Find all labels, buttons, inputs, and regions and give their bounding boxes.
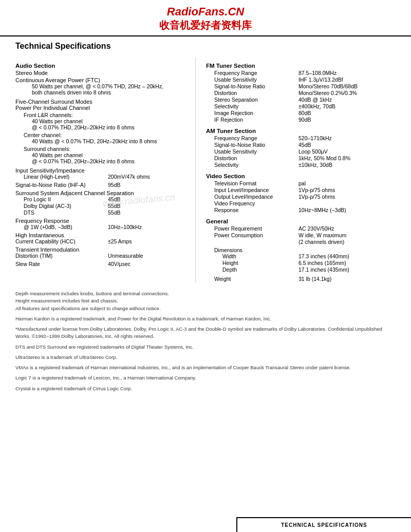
current-hcc-value: ±25 Amps — [108, 238, 185, 244]
video-spec-value: 1Vp-p/75 ohms — [298, 194, 396, 200]
front-lr-block: Front L&R channels: 40 Watts per channel… — [15, 112, 185, 130]
am-spec-row: Usable Sensitivity Loop 500μV — [206, 148, 396, 155]
fm-spec-label: Stereo Separation — [206, 97, 298, 103]
stereo-mode-label: Stereo Mode — [15, 70, 48, 76]
distortion-tim-label: Distortion (TIM) — [15, 253, 108, 259]
crystal-note: Crystal is a registered trademark of Cir… — [15, 385, 396, 392]
note-line2: Height measurement includes feet and cha… — [15, 298, 118, 303]
power-req-row: Power Requirement AC 230V/50Hz — [206, 225, 396, 232]
logic7-note: Logic 7 is a registered trademark of Lex… — [15, 374, 396, 382]
pro-logic-label: Pro Logic II — [15, 196, 108, 202]
fm-spec-row: Image Rejection 80dB — [206, 110, 396, 116]
front-lr-label: Front L&R channels: — [24, 112, 185, 118]
height-label: Height — [206, 260, 298, 266]
surround-label: Surround channels: — [24, 146, 185, 152]
surround-adj-block: Surround System Adjacent Channel Separat… — [15, 190, 185, 216]
video-section-title: Video Section — [206, 173, 396, 179]
ultra-note: UltraStereo is a trademark of UltraStere… — [15, 354, 396, 361]
fm-spec-label: Signal-to-Noise Ratio — [206, 83, 298, 89]
video-spec-label: Video Frequency — [206, 200, 298, 206]
continuous-power-detail1: 50 Watts per channel, @ < 0.07% THD, 20H… — [15, 83, 185, 89]
five-channel-label: Five-Channel Surround Modes — [15, 99, 185, 105]
continuous-power-detail2: both channels driven into 8 ohms — [15, 89, 185, 96]
am-spec-row: Frequency Range 520–1710kHz — [206, 135, 396, 141]
surround-v2: @ < 0.07% THD, 20Hz–20kHz into 8 ohms — [24, 158, 185, 164]
header-title-en: RadioFans.CN — [0, 5, 411, 18]
left-column: Audio Section Stereo Mode Continuous Ave… — [15, 58, 185, 282]
fm-spec-label: Image Rejection — [206, 110, 298, 116]
am-spec-row: Signal-to-Noise Ratio 45dB — [206, 142, 396, 148]
am-spec-value: 520–1710kHz — [298, 135, 396, 141]
transient-label: Transient Intermodulation — [15, 246, 185, 253]
video-spec-row: Output Level/Impedance 1Vp-p/75 ohms — [206, 194, 396, 200]
linear-value: 200mV/47k ohms — [108, 174, 185, 180]
video-spec-value: pal — [298, 180, 396, 186]
page-title: Technical Specifications — [0, 36, 411, 55]
dts-label: DTS — [15, 210, 108, 216]
fm-spec-label: Frequency Range — [206, 70, 298, 76]
video-spec-value: 10Hz~8MHz (−3dB) — [298, 207, 396, 213]
video-spec-row: Response 10Hz~8MHz (−3dB) — [206, 207, 396, 213]
freq-1w-value: 10Hz–100kHz — [108, 224, 185, 230]
right-column: FM Tuner Section Frequency Range 87.5–10… — [195, 58, 396, 282]
fm-spec-row: Distortion Mono/Stereo 0.2%/0.3% — [206, 90, 396, 96]
fm-spec-row: Usable Sensitivity IHF 1.3μV/13.2dBf — [206, 77, 396, 83]
front-lr-v1: 40 Watts per channel — [24, 118, 185, 124]
fm-spec-row: Selectivity ±400kHz, 70dB — [206, 103, 396, 109]
power-con-value2: (2 channels driven) — [298, 239, 396, 245]
slew-rate-block: Slew Rate 40V/μsec — [15, 261, 185, 267]
power-con-value: W idle, W maximum — [298, 232, 396, 238]
slew-rate-value: 40V/μsec — [108, 261, 185, 267]
fm-spec-value: 40dB @ 1kHz — [298, 97, 396, 103]
height-value: 6.5 inches (165mm) — [298, 260, 396, 266]
high-instantaneous-label: High Instantaneous — [15, 232, 185, 238]
transient-block: Transient Intermodulation Distortion (TI… — [15, 246, 185, 259]
video-spec-value — [298, 200, 396, 206]
linear-row: Linear (High-Level) 200mV/47k ohms — [15, 174, 185, 180]
stereo-mode: Stereo Mode — [15, 70, 185, 76]
note-line3: All features and specifications are subj… — [15, 306, 161, 311]
snr-row: Signal-to-Noise Ratio (IHF-A) 95dB — [15, 182, 185, 188]
fm-spec-label: Usable Sensitivity — [206, 77, 298, 83]
freq-1w-label: @ 1W (+0dB, −3dB) — [15, 224, 108, 230]
continuous-power: Continuous Average Power (FTC) 50 Watts … — [15, 77, 185, 96]
am-spec-value: Loop 500μV — [298, 148, 396, 155]
video-spec-label: Television Format — [206, 180, 298, 186]
video-section: Video Section Television Format pal Inpu… — [206, 173, 396, 213]
header: RadioFans.CN 收音机爱好者资料库 — [0, 0, 411, 36]
video-spec-row: Television Format pal — [206, 180, 396, 186]
am-spec-row: Selectivity ±10kHz, 30dB — [206, 162, 396, 168]
weight-row: Weight 31 lb (14.1kg) — [206, 276, 396, 282]
am-spec-label: Selectivity — [206, 162, 298, 168]
video-spec-row: Input Level/Impedance 1Vp-p/75 ohms — [206, 187, 396, 193]
center-v1: 40 Watts @ < 0.07% THD, 20Hz–20kHz into … — [24, 138, 185, 144]
am-spec-row: Distortion 1kHz, 50% Mod 0.8% — [206, 155, 396, 161]
snr-label: Signal-to-Noise Ratio (IHF-A) — [15, 182, 108, 188]
video-spec-label: Response — [206, 207, 298, 213]
dolby-note: *Manufactured under license from Dolby L… — [15, 326, 396, 340]
am-spec-label: Usable Sensitivity — [206, 148, 298, 155]
fm-spec-label: IF Rejection — [206, 117, 298, 123]
bottom-notes: Depth measurement includes knobs, button… — [0, 285, 411, 401]
am-spec-label: Signal-to-Noise Ratio — [206, 142, 298, 148]
power-req-label: Power Requirement — [206, 225, 298, 232]
fm-spec-value: IHF 1.3μV/13.2dBf — [298, 77, 396, 83]
power-con-row: Power Consumption W idle, W maximum — [206, 232, 396, 238]
am-section: AM Tuner Section Frequency Range 520–171… — [206, 128, 396, 168]
fm-spec-value: 90dB — [298, 117, 396, 123]
audio-section-title: Audio Section — [15, 63, 185, 69]
center-label: Center channel: — [24, 132, 185, 138]
fm-spec-value: 80dB — [298, 110, 396, 116]
slew-rate-label: Slew Rate — [15, 261, 108, 267]
depth-label: Depth — [206, 267, 298, 273]
surround-adj-label: Surround System Adjacent Channel Separat… — [15, 190, 185, 196]
fm-rows: Frequency Range 87.5–108.0MHz Usable Sen… — [206, 70, 396, 123]
am-section-title: AM Tuner Section — [206, 128, 396, 134]
video-spec-label: Input Level/Impedance — [206, 187, 298, 193]
dimensions-label: Dimensions — [206, 247, 396, 253]
video-spec-value: 1Vp-p/75 ohms — [298, 187, 396, 193]
front-lr-v2: @ < 0.07% THD, 20Hz–20kHz into 8 ohms — [24, 124, 185, 130]
content-area: Audio Section Stereo Mode Continuous Ave… — [0, 55, 411, 285]
dts-value: 55dB — [108, 210, 185, 216]
power-per-channel-label: Power Per Individual Channel — [15, 105, 185, 111]
